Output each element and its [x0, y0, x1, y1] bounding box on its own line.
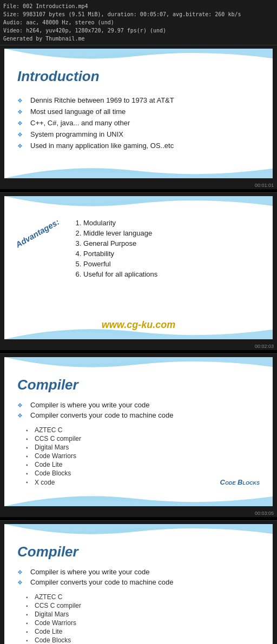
slide-4: Compiler Compiler is where you write you… — [0, 520, 277, 644]
bullet-1-3: C++, C#, java... and many other — [17, 117, 260, 129]
slide-4-inner: Compiler Compiler is where you write you… — [4, 524, 273, 644]
slide-2: Advantages: Modularity Middle lever lang… — [0, 192, 277, 350]
comp-sub-4-6: Code Blocks — [26, 636, 260, 644]
bullet-1-4: System programming in UNIX — [17, 129, 260, 140]
slide-1: Introduction Dennis Ritchie between 1969… — [0, 45, 277, 189]
comp-sub-3-2: CCS C compiler — [26, 434, 260, 443]
file-info-line5: Generated by Thumbnail.me — [3, 35, 274, 43]
comp-sub-4-4: Code Warriors — [26, 619, 260, 627]
bullet-1-2: Most used language of all time — [17, 106, 260, 117]
adv-6: Useful for all aplications — [83, 269, 157, 279]
slide-3-main-bullets: Compiler is where you write your code Co… — [17, 400, 260, 420]
file-info-line3: Audio: aac, 48000 Hz, stereo (und) — [3, 18, 274, 26]
bullet-1-5: Used in many application like gaming, OS… — [17, 140, 260, 151]
advantages-label: Advantages: — [14, 217, 61, 250]
adv-4: Portability — [83, 249, 157, 259]
bullet-1-1: Dennis Ritchie between 1969 to 1973 at A… — [17, 95, 260, 106]
comp-sub-3-6: Code Blocks — [26, 469, 260, 478]
adv-1: Modularity — [83, 218, 157, 228]
comp-sub-4-2: CCS C compiler — [26, 601, 260, 610]
comp-bullet-4-1: Compiler is where you write your code — [17, 567, 260, 577]
wave-bottom-2 — [4, 324, 273, 339]
adv-3: General Purpose — [83, 238, 157, 249]
slide-1-inner: Introduction Dennis Ritchie between 1969… — [4, 49, 273, 178]
slide-3-inner: Compiler Compiler is where you write you… — [4, 357, 273, 506]
advantages-list: Modularity Middle lever language General… — [72, 218, 157, 279]
code-blocks-label-3: Code Blocks — [220, 478, 260, 486]
slide-4-main-bullets: Compiler is where you write your code Co… — [17, 567, 260, 587]
comp-sub-3-1: AZTEC C — [26, 426, 260, 434]
comp-sub-3-7: X code Code Blocks — [26, 478, 260, 487]
timestamp-2: 00:02:03 — [0, 343, 277, 350]
file-info-line2: Size: 9983107 bytes (9.51 MiB), duration… — [3, 10, 274, 18]
slide-1-content: Introduction Dennis Ritchie between 1969… — [4, 49, 273, 171]
advantages-layout: Advantages: Modularity Middle lever lang… — [4, 196, 273, 315]
slide-3-content: Compiler Compiler is where you write you… — [4, 357, 273, 506]
comp-sub-4-1: AZTEC C — [26, 593, 260, 601]
wave-top-2 — [4, 196, 273, 211]
timestamp-3: 00:03:05 — [0, 509, 277, 517]
comp-sub-3-3: Digital Mars — [26, 443, 260, 452]
slide-4-sublist: AZTEC C CCS C compiler Digital Mars Code… — [26, 593, 260, 644]
adv-5: Powerful — [83, 259, 157, 269]
comp-bullet-3-2: Compiler converts your code to machine c… — [17, 410, 260, 420]
slide-3-title: Compiler — [17, 377, 260, 393]
slide-1-bullets: Dennis Ritchie between 1969 to 1973 at A… — [17, 95, 260, 151]
slide-3: Compiler Compiler is where you write you… — [0, 353, 277, 517]
file-info-line1: File: 002 Introduction.mp4 — [3, 2, 274, 10]
file-info-line4: Video: h264, yuv420p, 1280x720, 29.97 fp… — [3, 26, 274, 35]
slide-1-title: Introduction — [17, 68, 260, 85]
comp-sub-4-3: Digital Mars — [26, 610, 260, 619]
slide-4-title: Compiler — [17, 544, 260, 560]
comp-sub-4-5: Code Lite — [26, 627, 260, 636]
comp-bullet-4-2: Compiler converts your code to machine c… — [17, 577, 260, 587]
timestamp-1: 00:01:01 — [0, 182, 277, 189]
slide-3-sublist: AZTEC C CCS C compiler Digital Mars Code… — [26, 426, 260, 487]
file-info-bar: File: 002 Introduction.mp4 Size: 9983107… — [0, 0, 277, 45]
slide-2-inner: Advantages: Modularity Middle lever lang… — [4, 196, 273, 339]
comp-sub-3-4: Code Warriors — [26, 452, 260, 460]
comp-bullet-3-1: Compiler is where you write your code — [17, 400, 260, 410]
slide-4-content: Compiler Compiler is where you write you… — [4, 524, 273, 644]
adv-2: Middle lever language — [83, 228, 157, 238]
comp-sub-3-5: Code Lite — [26, 460, 260, 469]
